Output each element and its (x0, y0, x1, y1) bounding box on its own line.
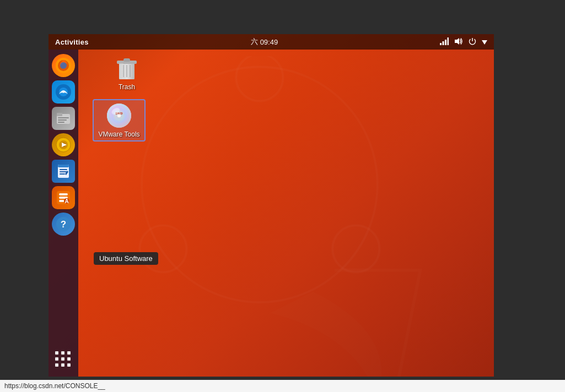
sidebar-item-help[interactable]: ? (52, 213, 75, 236)
sidebar-item-writer[interactable] (52, 160, 75, 183)
browser-frame: Activities 六 09:49 (0, 0, 565, 392)
url-text: https://blog.csdn.net/CONSOLE__ (4, 382, 105, 390)
svg-rect-23 (60, 171, 67, 172)
svg-text:?: ? (61, 219, 66, 230)
svg-rect-21 (58, 165, 69, 167)
svg-rect-3 (447, 37, 449, 45)
vmware-tools-label: VMware Tools (98, 130, 139, 138)
day-of-week: 六 (251, 37, 258, 47)
svg-marker-4 (455, 38, 459, 45)
trash-label: Trash (119, 83, 135, 91)
desktop-icon-trash[interactable]: Trash (105, 53, 149, 93)
sidebar-dock: A ? (49, 50, 78, 377)
svg-rect-44 (119, 63, 123, 79)
volume-icon[interactable] (454, 37, 463, 47)
activities-button[interactable]: Activities (55, 38, 89, 46)
url-bar: https://blog.csdn.net/CONSOLE__ (0, 380, 565, 392)
sidebar-item-rhythmbox[interactable] (52, 133, 75, 156)
svg-marker-5 (482, 40, 487, 45)
svg-rect-12 (57, 113, 62, 116)
svg-rect-2 (445, 40, 446, 45)
svg-rect-22 (60, 169, 67, 170)
svg-point-8 (60, 62, 67, 69)
grid-dots-icon (55, 351, 72, 368)
svg-rect-0 (440, 43, 442, 45)
sidebar-item-files[interactable] (52, 107, 75, 130)
network-icon[interactable] (440, 37, 449, 47)
topbar: Activities 六 09:49 (49, 34, 494, 50)
svg-rect-14 (58, 119, 67, 121)
svg-rect-26 (59, 193, 68, 195)
topbar-system-icons (440, 37, 487, 47)
svg-rect-40 (123, 58, 130, 62)
show-applications-button[interactable] (52, 348, 75, 371)
sidebar-item-thunderbird[interactable] (52, 80, 75, 104)
power-icon[interactable] (469, 37, 476, 47)
svg-point-34 (236, 56, 283, 101)
menu-arrow-icon[interactable] (482, 38, 487, 46)
dvd-icon: DVD (106, 102, 132, 129)
svg-rect-13 (58, 117, 69, 118)
time-display: 09:49 (260, 38, 278, 46)
sidebar-item-firefox[interactable] (52, 54, 75, 77)
svg-rect-24 (60, 173, 65, 175)
trash-icon (114, 55, 140, 81)
topbar-clock: 六 09:49 (251, 37, 278, 47)
ubuntu-software-tooltip: Ubuntu Software (94, 252, 158, 265)
svg-rect-1 (442, 41, 444, 45)
svg-point-36 (332, 225, 380, 273)
svg-rect-28 (59, 200, 64, 202)
svg-text:A: A (64, 198, 68, 204)
desktop-icon-vmware-tools[interactable]: DVD VMware Tools (93, 99, 146, 141)
svg-rect-15 (58, 122, 64, 123)
sidebar-item-ubuntu-software[interactable]: A (52, 186, 75, 209)
svg-point-35 (139, 225, 187, 273)
